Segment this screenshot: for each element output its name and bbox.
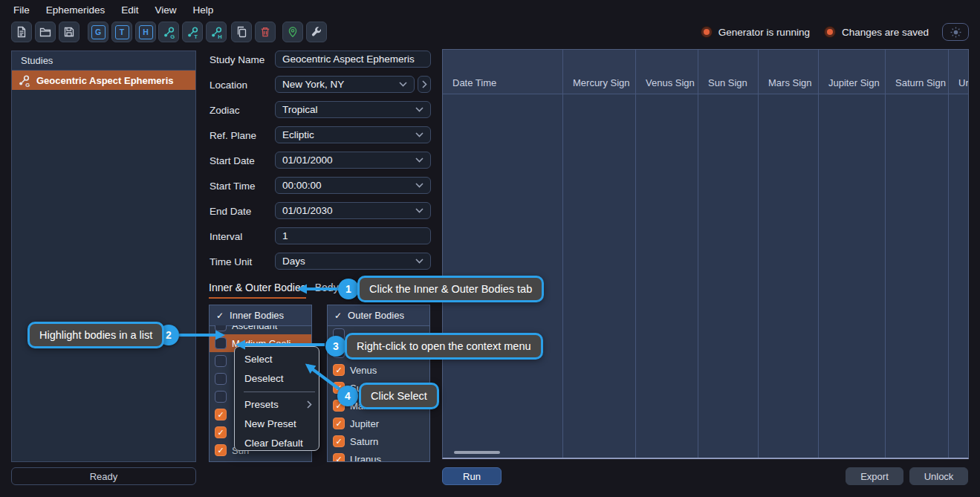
table-column: Saturn Sign <box>886 50 949 458</box>
body-checkbox[interactable] <box>215 337 227 349</box>
tools-button[interactable] <box>306 22 327 42</box>
aspect-h-icon: H <box>210 26 223 39</box>
interval-input[interactable] <box>275 227 431 244</box>
menu-item-edit[interactable]: Edit <box>113 4 146 16</box>
body-checkbox[interactable] <box>215 373 227 385</box>
context-item-presets[interactable]: Presets <box>235 395 319 415</box>
body-row[interactable]: ✓Uranus <box>328 450 429 461</box>
column-header-saturn-sign[interactable]: Saturn Sign <box>895 77 946 88</box>
unlock-button[interactable]: Unlock <box>909 467 968 485</box>
aspect-heliocentric-button[interactable]: H <box>206 22 227 42</box>
column-header-date-time[interactable]: Date Time <box>452 77 496 88</box>
column-header-jupiter-sign[interactable]: Jupiter Sign <box>828 77 880 88</box>
column-header-mars-sign[interactable]: Mars Sign <box>768 77 812 88</box>
body-row[interactable]: Ascendant <box>210 325 311 334</box>
context-item-label: Select <box>244 354 273 365</box>
end-date-select[interactable]: 01/01/2030 <box>275 202 431 219</box>
location-expand-button[interactable] <box>418 76 431 93</box>
annotation-step-badge-4: 4 <box>337 386 358 406</box>
chevron-down-icon <box>415 157 424 163</box>
delete-button[interactable] <box>255 22 276 42</box>
sun-icon <box>950 27 961 38</box>
table-column: Jupiter Sign <box>819 50 886 458</box>
column-header-sun-sign[interactable]: Sun Sign <box>708 77 747 88</box>
context-item-clear-default[interactable]: Clear Default <box>235 434 319 453</box>
wrench-icon <box>311 26 322 38</box>
start-date-select[interactable]: 01/01/2000 <box>275 152 431 169</box>
context-item-label: Deselect <box>244 373 284 384</box>
menu-item-help[interactable]: Help <box>185 4 222 16</box>
column-header-mercury-sign[interactable]: Mercury Sign <box>573 77 630 88</box>
status-indicator-label: Generator is running <box>718 27 810 38</box>
table-column: Uranus Sign <box>949 50 969 458</box>
body-checkbox[interactable]: ✓ <box>333 435 345 447</box>
geocentric-button[interactable]: G <box>88 22 108 42</box>
body-checkbox[interactable] <box>215 391 227 403</box>
chevron-right-icon <box>422 80 427 88</box>
body-checkbox[interactable] <box>215 325 227 331</box>
time-unit-select[interactable]: Days <box>275 253 431 270</box>
menu-item-ephemerides[interactable]: Ephemerides <box>38 4 114 16</box>
study-form: Study NameLocationNew York, NYZodiacTrop… <box>209 48 433 276</box>
context-item-deselect[interactable]: Deselect <box>235 369 319 389</box>
menu-item-file[interactable]: File <box>5 4 38 16</box>
menu-bar: FileEphemeridesEditViewHelp <box>0 0 221 20</box>
tab-body[interactable]: Body <box>315 282 339 299</box>
annotation-callout-4: Click Select <box>359 383 439 409</box>
study-item[interactable]: GGeocentric Aspect Ephemeris <box>12 71 195 90</box>
new-document-button[interactable] <box>11 22 32 42</box>
form-row: Study Name <box>209 48 433 74</box>
list-title: Outer Bodies <box>348 310 404 321</box>
body-checkbox[interactable]: ✓ <box>215 444 227 456</box>
body-checkbox[interactable]: ✓ <box>215 409 227 420</box>
save-button[interactable] <box>59 22 79 42</box>
ref-plane-label: Ref. Plane <box>210 130 256 141</box>
toolbar: GTH G T H <box>11 22 327 42</box>
zodiac-select[interactable]: Tropical <box>275 101 431 118</box>
context-menu: SelectDeselectPresetsNew PresetClear Def… <box>234 346 319 451</box>
body-row[interactable]: ✓Saturn <box>328 432 429 450</box>
body-checkbox[interactable]: ✓ <box>333 364 345 376</box>
tab-inner-outer-bodies[interactable]: Inner & Outer Bodies <box>209 282 306 299</box>
column-header-venus-sign[interactable]: Venus Sign <box>646 77 695 88</box>
run-button[interactable]: Run <box>442 467 502 485</box>
heliocentric-button[interactable]: H <box>135 22 156 42</box>
location-select[interactable]: New York, NY <box>275 76 415 93</box>
topocentric-button[interactable]: T <box>111 22 132 42</box>
horizontal-scrollbar-thumb[interactable] <box>454 451 500 454</box>
table-header-divider <box>443 94 968 94</box>
duplicate-button[interactable] <box>231 22 252 42</box>
theme-toggle-button[interactable] <box>942 23 969 41</box>
menu-item-view[interactable]: View <box>147 4 185 16</box>
export-button[interactable]: Export <box>846 467 903 485</box>
aspect-geocentric-button[interactable]: G <box>158 22 179 42</box>
svg-text:G: G <box>25 81 30 86</box>
form-row: Ref. PlaneEcliptic <box>209 124 433 149</box>
zodiac-label: Zodiac <box>210 105 240 116</box>
context-item-select[interactable]: Select <box>235 350 319 369</box>
body-row[interactable]: ✓Jupiter <box>328 415 429 432</box>
open-folder-icon <box>39 26 51 38</box>
time-unit-label: Time Unit <box>210 256 252 267</box>
body-checkbox[interactable]: ✓ <box>333 453 345 461</box>
body-checkbox[interactable]: ✓ <box>333 418 345 429</box>
start-time-select[interactable]: 00:00:00 <box>275 177 431 194</box>
body-checkbox[interactable] <box>215 355 227 367</box>
annotation-callout-3: Right-click to open the context menu <box>345 333 543 360</box>
chevron-down-icon <box>415 183 424 188</box>
context-item-label: Presets <box>244 399 279 410</box>
table-columns: Date TimeMercury SignVenus SignSun SignM… <box>443 50 968 458</box>
results-table: Date TimeMercury SignVenus SignSun SignM… <box>442 49 969 459</box>
aspect-topocentric-button[interactable]: T <box>182 22 203 42</box>
location-button[interactable] <box>282 22 303 42</box>
body-checkbox[interactable]: ✓ <box>215 426 227 438</box>
studies-list: GGeocentric Aspect Ephemeris <box>12 71 195 90</box>
open-button[interactable] <box>35 22 56 42</box>
body-row[interactable]: ✓Venus <box>328 361 429 379</box>
context-item-new-preset[interactable]: New Preset <box>235 415 319 434</box>
ref-plane-select[interactable]: Ecliptic <box>275 126 431 143</box>
column-header-uranus-sign[interactable]: Uranus Sign <box>958 77 969 88</box>
study-name-input[interactable] <box>275 51 431 68</box>
aspect-geocentric-icon: G <box>18 74 30 87</box>
submenu-chevron-icon <box>307 400 312 409</box>
